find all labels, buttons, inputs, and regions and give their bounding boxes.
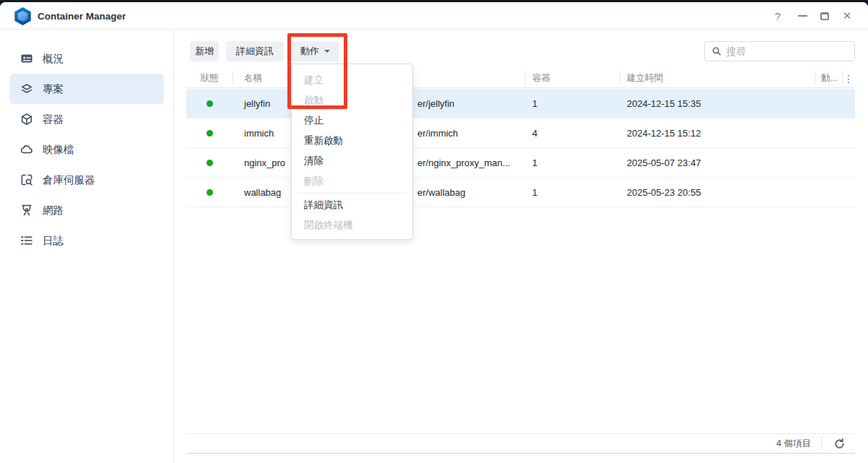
- created-cell: 2024-12-15 15:35: [620, 89, 815, 118]
- sidebar-item-registry[interactable]: 倉庫伺服器: [9, 165, 164, 195]
- details-button[interactable]: 詳細資訊: [226, 41, 284, 61]
- search-input[interactable]: [726, 46, 854, 57]
- table-header: 狀態 名稱 容器 建立時間 動... ⋮: [186, 69, 855, 88]
- help-button[interactable]: ?: [770, 9, 786, 23]
- overview-icon: [20, 52, 33, 65]
- container-icon: [20, 113, 33, 126]
- status-cell: [186, 148, 233, 177]
- created-cell: 2025-05-23 20:55: [620, 178, 815, 207]
- column-header-containers[interactable]: 容器: [525, 69, 620, 87]
- app-window: Container Manager ? ✕ 概況 專案 容器 映像檔 倉庫伺服器: [0, 2, 868, 463]
- action-button-label: 動作: [300, 45, 319, 58]
- registry-icon: [20, 173, 33, 186]
- menu-item-stop[interactable]: 停止: [292, 111, 412, 131]
- status-cell: [186, 178, 233, 207]
- sidebar-item-label: 日誌: [43, 234, 64, 248]
- status-cell: [186, 89, 233, 118]
- column-header-action[interactable]: 動...: [815, 69, 842, 87]
- close-button[interactable]: ✕: [839, 9, 855, 23]
- footer-divider: [821, 437, 822, 450]
- menu-item-delete: 刪除: [292, 171, 412, 191]
- status-cell: [186, 118, 233, 147]
- table-row[interactable]: immich er/immich 4 2024-12-15 15:12: [186, 118, 855, 148]
- menu-item-details[interactable]: 詳細資訊: [292, 195, 412, 215]
- sidebar-item-containers[interactable]: 容器: [9, 104, 164, 134]
- action-dropdown-button[interactable]: 動作: [291, 41, 339, 61]
- column-header-created[interactable]: 建立時間: [620, 69, 815, 87]
- sidebar-divider: [173, 30, 174, 463]
- maximize-button[interactable]: [817, 9, 833, 23]
- column-header-status[interactable]: 狀態: [186, 69, 233, 87]
- status-running-dot: [207, 100, 213, 107]
- action-menu: 建立 啟動 停止 重新啟動 清除 刪除 詳細資訊 開啟終端機: [291, 64, 413, 240]
- table-row[interactable]: wallabag er/wallabag 1 2025-05-23 20:55: [186, 178, 855, 207]
- titlebar: Container Manager ? ✕: [0, 2, 868, 30]
- log-icon: [20, 234, 33, 247]
- sidebar-item-label: 專案: [43, 82, 64, 96]
- containers-cell: 1: [525, 148, 620, 177]
- table-row[interactable]: jellyfin er/jellyfin 1 2024-12-15 15:35: [186, 89, 855, 118]
- image-icon: [20, 143, 33, 156]
- table-footer: 4 個項目: [186, 433, 855, 454]
- menu-item-start: 啟動: [292, 90, 412, 111]
- sidebar-item-logs[interactable]: 日誌: [9, 225, 164, 256]
- created-cell: 2024-12-15 15:12: [620, 118, 815, 147]
- network-icon: [20, 204, 33, 217]
- status-running-dot: [207, 189, 213, 196]
- containers-cell: 1: [525, 178, 620, 207]
- menu-item-restart[interactable]: 重新啟動: [292, 131, 412, 151]
- container-manager-icon: [14, 7, 32, 25]
- table-row[interactable]: nginx_pro er/nginx_proxy_man... 1 2025-0…: [186, 148, 855, 178]
- chevron-down-icon: [324, 50, 330, 53]
- sidebar-item-images[interactable]: 映像檔: [9, 134, 164, 165]
- sidebar-item-label: 網路: [43, 204, 64, 217]
- sidebar-item-projects[interactable]: 專案: [9, 74, 164, 104]
- app-title: Container Manager: [38, 11, 126, 22]
- minimize-button[interactable]: [794, 9, 810, 23]
- search-box: [704, 41, 855, 61]
- menu-item-build: 建立: [292, 70, 412, 90]
- item-count: 4 個項目: [776, 438, 811, 450]
- sidebar-item-label: 倉庫伺服器: [43, 173, 95, 187]
- refresh-icon: [834, 438, 845, 449]
- containers-cell: 4: [525, 118, 620, 147]
- sidebar: 概況 專案 容器 映像檔 倉庫伺服器 網路 日誌: [0, 30, 173, 463]
- refresh-button[interactable]: [830, 436, 848, 451]
- status-running-dot: [207, 160, 213, 166]
- add-button[interactable]: 新增: [190, 41, 219, 61]
- menu-item-open-terminal: 開啟終端機: [292, 215, 412, 235]
- sidebar-item-label: 容器: [43, 113, 64, 126]
- menu-item-clean[interactable]: 清除: [292, 151, 412, 171]
- menu-separator: [298, 193, 407, 194]
- column-settings-icon[interactable]: ⋮: [842, 69, 855, 87]
- projects-icon: [20, 82, 33, 95]
- sidebar-item-label: 概況: [43, 52, 64, 66]
- created-cell: 2025-05-07 23:47: [620, 148, 815, 177]
- sidebar-item-label: 映像檔: [43, 143, 74, 157]
- search-icon: [712, 46, 721, 56]
- containers-cell: 1: [525, 89, 620, 118]
- sidebar-item-overview[interactable]: 概況: [9, 43, 164, 74]
- sidebar-item-network[interactable]: 網路: [9, 195, 164, 225]
- status-running-dot: [207, 130, 213, 137]
